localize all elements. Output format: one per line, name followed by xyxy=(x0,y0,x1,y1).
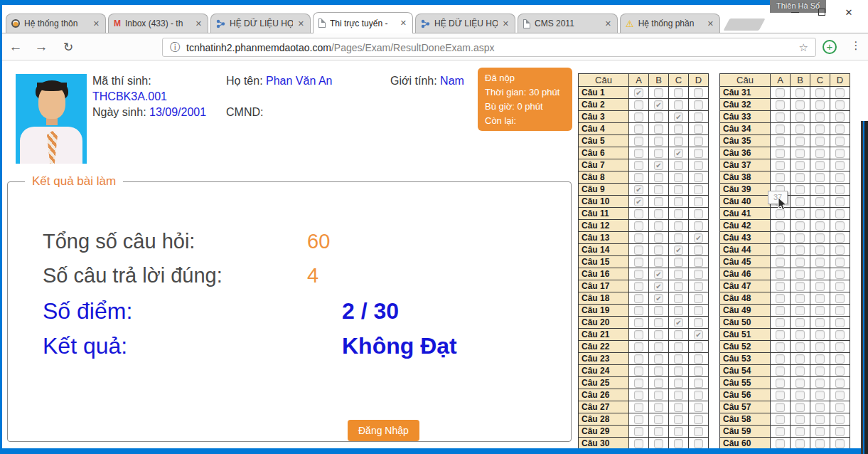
answer-checkbox[interactable] xyxy=(835,112,845,122)
answer-checkbox[interactable] xyxy=(694,439,703,448)
answer-checkbox[interactable] xyxy=(654,112,663,122)
answer-checkbox[interactable] xyxy=(835,294,845,303)
tab-active[interactable]: Thi trực tuyến -✕ xyxy=(313,12,413,33)
answer-checkbox[interactable] xyxy=(674,137,683,146)
answer-checkbox[interactable] xyxy=(634,354,643,364)
answer-checkbox[interactable] xyxy=(694,100,703,110)
answer-checkbox[interactable] xyxy=(654,125,663,134)
answer-checkbox[interactable] xyxy=(654,379,663,388)
answer-checkbox[interactable] xyxy=(674,209,683,218)
answer-checkbox[interactable] xyxy=(795,318,805,327)
answer-checkbox[interactable] xyxy=(835,379,845,388)
answer-checkbox[interactable] xyxy=(634,415,643,424)
answer-checkbox[interactable] xyxy=(634,149,643,158)
answer-checkbox[interactable] xyxy=(674,125,683,134)
answer-checkbox[interactable] xyxy=(654,330,663,339)
answer-checkbox[interactable] xyxy=(795,439,805,448)
answer-checkbox[interactable] xyxy=(815,197,825,206)
answer-checkbox[interactable] xyxy=(694,185,703,194)
answer-checkbox[interactable] xyxy=(795,330,805,339)
answer-checkbox[interactable] xyxy=(634,342,643,352)
answer-checkbox[interactable] xyxy=(654,342,663,352)
answer-checkbox[interactable] xyxy=(776,306,785,315)
answer-checkbox[interactable] xyxy=(694,137,703,146)
tab-close-icon[interactable]: ✕ xyxy=(195,19,203,28)
answer-checkbox[interactable] xyxy=(835,306,845,315)
answer-checkbox[interactable] xyxy=(634,221,643,231)
browser-menu-icon[interactable]: ⋮ xyxy=(850,39,862,52)
answer-checkbox[interactable] xyxy=(795,415,805,424)
answer-checkbox[interactable]: ✔ xyxy=(694,330,703,339)
answer-checkbox[interactable] xyxy=(674,185,683,194)
answer-checkbox[interactable]: ✔ xyxy=(634,88,643,97)
answer-checkbox[interactable] xyxy=(795,173,805,182)
answer-checkbox[interactable] xyxy=(815,173,825,182)
answer-checkbox[interactable]: ✔ xyxy=(654,282,663,291)
answer-checkbox[interactable] xyxy=(795,197,805,206)
answer-checkbox[interactable] xyxy=(776,233,785,243)
answer-checkbox[interactable] xyxy=(815,209,825,218)
answer-checkbox[interactable] xyxy=(674,88,683,97)
answer-checkbox[interactable] xyxy=(674,161,683,170)
answer-checkbox[interactable] xyxy=(634,330,643,339)
answer-checkbox[interactable] xyxy=(795,100,805,110)
answer-checkbox[interactable] xyxy=(815,330,825,339)
tab-close-icon[interactable]: ✕ xyxy=(400,19,407,28)
tab-close-icon[interactable]: ✕ xyxy=(502,19,510,28)
answer-checkbox[interactable]: ✔ xyxy=(694,233,703,243)
answer-checkbox[interactable] xyxy=(634,366,643,376)
answer-checkbox[interactable] xyxy=(795,306,805,315)
answer-checkbox[interactable] xyxy=(674,439,683,448)
answer-checkbox[interactable] xyxy=(795,161,805,170)
answer-checkbox[interactable] xyxy=(795,270,805,279)
answer-checkbox[interactable] xyxy=(634,173,643,182)
answer-checkbox[interactable] xyxy=(654,246,663,255)
answer-checkbox[interactable] xyxy=(674,233,683,243)
answer-checkbox[interactable] xyxy=(815,233,825,243)
answer-checkbox[interactable] xyxy=(674,270,683,279)
answer-checkbox[interactable] xyxy=(795,221,805,231)
answer-checkbox[interactable] xyxy=(674,197,683,206)
answer-checkbox[interactable] xyxy=(674,330,683,339)
answer-checkbox[interactable] xyxy=(815,294,825,303)
tab-inactive[interactable]: CMS 2011✕ xyxy=(518,14,618,33)
answer-checkbox[interactable] xyxy=(694,318,703,327)
answer-checkbox[interactable] xyxy=(694,221,703,231)
answer-checkbox[interactable] xyxy=(835,391,845,400)
answer-checkbox[interactable] xyxy=(776,366,785,376)
maximize-button[interactable] xyxy=(808,4,835,21)
answer-checkbox[interactable] xyxy=(674,100,683,110)
answer-checkbox[interactable] xyxy=(634,403,643,412)
answer-checkbox[interactable] xyxy=(815,391,825,400)
answer-checkbox[interactable]: ✔ xyxy=(634,185,643,194)
answer-checkbox[interactable] xyxy=(694,197,703,206)
answer-checkbox[interactable] xyxy=(835,258,845,267)
answer-checkbox[interactable] xyxy=(835,149,845,158)
answer-checkbox[interactable] xyxy=(835,330,845,339)
answer-checkbox[interactable] xyxy=(815,354,825,364)
answer-checkbox[interactable] xyxy=(654,197,663,206)
answer-checkbox[interactable] xyxy=(694,161,703,170)
answer-checkbox[interactable] xyxy=(776,330,785,339)
answer-checkbox[interactable] xyxy=(674,427,683,436)
answer-checkbox[interactable] xyxy=(694,427,703,436)
tab-inactive[interactable]: MInbox (433) - th✕ xyxy=(108,14,208,33)
answer-checkbox[interactable] xyxy=(634,294,643,303)
answer-checkbox[interactable] xyxy=(795,209,805,218)
answer-checkbox[interactable] xyxy=(654,427,663,436)
answer-checkbox[interactable] xyxy=(694,125,703,134)
answer-checkbox[interactable] xyxy=(835,209,845,218)
answer-checkbox[interactable] xyxy=(674,403,683,412)
answer-checkbox[interactable] xyxy=(815,379,825,388)
minimize-button[interactable] xyxy=(781,4,808,21)
answer-checkbox[interactable] xyxy=(835,197,845,206)
answer-checkbox[interactable] xyxy=(694,294,703,303)
answer-checkbox[interactable] xyxy=(815,270,825,279)
answer-checkbox[interactable] xyxy=(776,318,785,327)
tab-close-icon[interactable]: ✕ xyxy=(707,19,714,28)
answer-checkbox[interactable] xyxy=(654,258,663,267)
answer-checkbox[interactable] xyxy=(674,354,683,364)
answer-checkbox[interactable] xyxy=(815,125,825,134)
tab-inactive[interactable]: HỆ DỮ LIỆU HỌ✕ xyxy=(415,14,515,33)
forward-button[interactable]: → xyxy=(31,38,51,56)
